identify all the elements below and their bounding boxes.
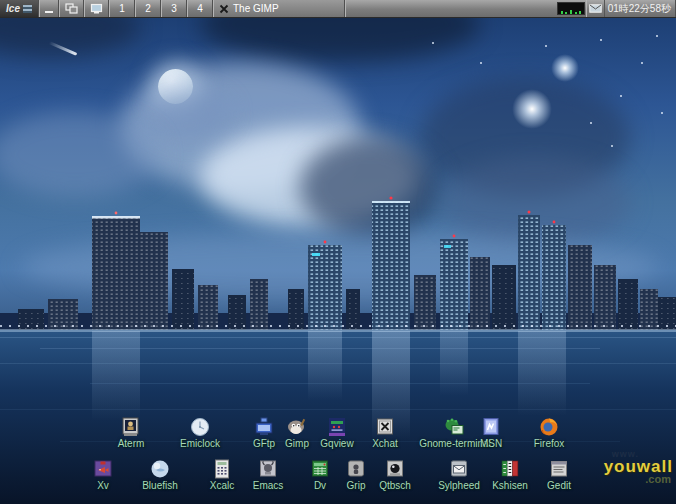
bluefish-icon <box>149 459 171 479</box>
desktop-icon-label: Bluefish <box>142 480 178 491</box>
monitor-button[interactable] <box>84 0 109 17</box>
taskbar-empty-area <box>345 0 556 17</box>
sylpheed-icon <box>448 459 470 479</box>
show-desktop-button[interactable] <box>39 0 59 17</box>
workspace-button-3[interactable]: 3 <box>161 0 187 17</box>
start-menu-button[interactable]: Ice <box>0 0 39 17</box>
desktop-icon-label: Emiclock <box>180 438 220 449</box>
task-button-gimp[interactable]: The GIMP <box>213 0 345 17</box>
task-button-label: The GIMP <box>233 3 279 14</box>
workspace-3-label: 3 <box>171 3 177 14</box>
workspace-button-2[interactable]: 2 <box>135 0 161 17</box>
workspace-1-label: 1 <box>119 3 125 14</box>
desktop-icon-label: Aterm <box>118 438 145 449</box>
clock-display: 01時22分58秒 <box>604 0 676 17</box>
firefox-icon <box>538 417 560 437</box>
monitor-icon <box>90 3 103 15</box>
watermark-name: youwall <box>604 459 673 474</box>
gimp-task-icon <box>219 4 229 14</box>
workspace-button-1[interactable]: 1 <box>109 0 135 17</box>
start-menu-label: Ice <box>6 3 20 14</box>
xchat-icon <box>374 417 396 437</box>
desktop-screen: Ice 1 2 3 4 The GIMP <box>0 0 676 504</box>
window-list-icon <box>65 3 78 14</box>
window-list-button[interactable] <box>59 0 84 17</box>
desktop-icon-label: Firefox <box>534 438 565 449</box>
msn-icon <box>480 417 502 437</box>
desktop-icon-label: Qtbsch <box>379 480 411 491</box>
desktop-icon-gedit[interactable]: Gedit <box>517 459 601 491</box>
workspace-button-4[interactable]: 4 <box>187 0 213 17</box>
gedit-icon <box>548 459 570 479</box>
icewm-logo-icon <box>23 5 32 13</box>
show-desktop-icon <box>45 11 53 13</box>
wallpaper-watermark: www. youwall .com <box>604 449 673 484</box>
clock-text: 01時22分58秒 <box>608 2 671 16</box>
xv-icon <box>92 459 114 479</box>
workspace-4-label: 4 <box>197 3 203 14</box>
mailbox-applet[interactable] <box>586 0 604 17</box>
taskbar: Ice 1 2 3 4 The GIMP <box>0 0 676 18</box>
desktop-icon-firefox[interactable]: Firefox <box>507 417 591 449</box>
qtbsch-icon <box>384 459 406 479</box>
desktop-icon-label: MSN <box>480 438 502 449</box>
desktop-icon-label: Xchat <box>372 438 398 449</box>
cpu-monitor-applet[interactable] <box>557 2 585 15</box>
workspace-2-label: 2 <box>145 3 151 14</box>
emiclock-icon <box>189 417 211 437</box>
aterm-icon <box>120 417 142 437</box>
emacs-icon <box>257 459 279 479</box>
desktop-icon-label: Xv <box>97 480 109 491</box>
desktop-icon-label: Gedit <box>547 480 571 491</box>
mail-envelope-icon <box>589 4 602 13</box>
